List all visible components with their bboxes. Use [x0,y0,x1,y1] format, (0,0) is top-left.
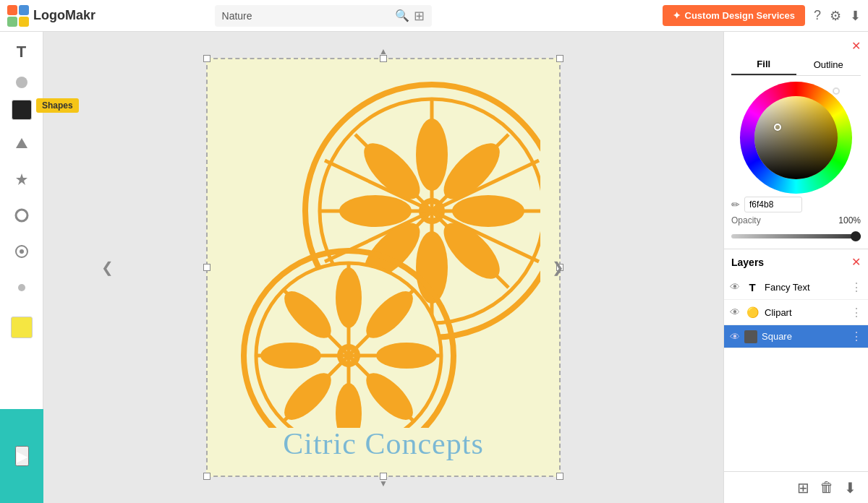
logo-canvas-text[interactable]: Citric Concepts [208,426,559,461]
opacity-label: Opacity [731,215,761,225]
canvas-area[interactable]: ❮ ❯ ▲ ▼ [43,32,723,503]
color-selector-dot[interactable] [774,124,781,131]
svg-rect-0 [7,5,17,15]
eyedropper-icon[interactable]: ✏ [731,199,740,210]
history-tool-button[interactable] [9,238,35,265]
teal-side-panel: ▶ [0,409,43,503]
bottom-toolbar: ⊞ 🗑 ⬇ [724,471,868,503]
layers-close-button[interactable]: ✕ [851,255,861,269]
custom-design-label: Custom Design Services [685,10,795,21]
logo-icon [7,5,29,27]
opacity-row: Opacity 100% [731,215,861,225]
opacity-value: 100% [838,215,861,225]
color-panel: ✕ Fill Outline ✏ Opac [724,32,868,249]
svg-point-22 [416,119,448,191]
color-wheel-inner[interactable] [754,96,838,179]
canvas-nav-right[interactable]: ❯ [552,259,564,276]
custom-design-button[interactable]: ✦ Custom Design Services [663,5,805,26]
color-panel-close[interactable]: ✕ [851,39,861,53]
layer-menu-square[interactable]: ⋮ [851,330,862,343]
triangle-icon [14,137,29,150]
search-input[interactable] [222,10,391,22]
layers-title: Layers [731,257,764,268]
color-swatch-black[interactable] [12,100,32,120]
svg-point-39 [336,267,362,328]
layer-name-fancy-text: Fancy Text [765,282,846,293]
color-wheel[interactable] [740,82,852,194]
handle-bottom-left[interactable] [203,473,210,480]
download-button[interactable]: ⬇ [844,479,856,496]
layer-name-clipart: Clipart [765,307,846,318]
layer-name-square: Square [762,331,846,342]
svg-point-41 [376,343,437,369]
layer-thumb-clipart: 🟡 [744,304,760,320]
bottom-arrow: ▼ [379,478,388,489]
layer-item-clipart[interactable]: 👁 🟡 Clipart ⋮ [724,300,868,325]
download-header-button[interactable]: ⬇ [850,8,861,24]
text-tool-button[interactable]: T [9,39,35,65]
svg-point-9 [20,249,24,254]
canvas-nav-left[interactable]: ❮ [101,259,114,276]
circle-icon [14,75,29,90]
handle-bottom-right[interactable] [556,473,563,480]
outline-tab[interactable]: Outline [796,54,861,75]
trash-button[interactable]: 🗑 [820,479,834,496]
grid-icon[interactable]: ⊞ [414,8,425,24]
layer-thumb-square [744,330,757,343]
logo-area: LogoMakr [7,5,95,27]
wand-icon: ✦ [673,10,681,21]
circle-shape-tool[interactable] [14,75,29,90]
ring-tool-button[interactable] [9,202,35,228]
layer-menu-fancy-text[interactable]: ⋮ [851,280,862,294]
svg-rect-1 [19,5,29,15]
header-right: ✦ Custom Design Services ? ⚙ ⬇ [663,5,861,26]
small-circle-icon [14,280,29,295]
svg-point-45 [260,343,321,369]
svg-point-4 [16,77,27,88]
header: LogoMakr 🔍 ⊞ ✦ Custom Design Services ? … [0,0,868,32]
svg-point-10 [18,284,25,291]
layer-thumb-fancy-text: T [744,279,760,295]
layers-panel: Layers ✕ 👁 T Fancy Text ⋮ 👁 🟡 Clipart ⋮ … [724,249,868,471]
help-button[interactable]: ? [814,8,821,23]
color-gradient[interactable] [754,96,838,179]
star-tool-button[interactable] [9,166,35,192]
play-button[interactable]: ▶ [15,446,29,466]
layers-header: Layers ✕ [724,249,868,275]
svg-rect-3 [19,17,29,27]
opacity-slider[interactable] [731,234,861,238]
svg-marker-5 [16,138,27,148]
color-hex-row: ✏ [731,197,861,212]
layer-eye-clipart[interactable]: 👁 [730,306,740,318]
svg-rect-2 [7,17,17,27]
settings-button[interactable]: ⚙ [830,8,841,24]
layer-menu-clipart[interactable]: ⋮ [851,306,862,319]
ring-icon [14,208,29,223]
logo-canvas[interactable]: ▲ ▼ [206,58,561,477]
shapes-tooltip: Shapes [36,98,79,113]
svg-point-28 [339,195,412,227]
color-wheel-outer-dot[interactable] [833,87,840,95]
main-layout: T Shapes [0,32,868,503]
search-area[interactable]: 🔍 ⊞ [215,5,432,27]
svg-marker-6 [16,173,27,185]
layer-eye-fancy-text[interactable]: 👁 [730,281,740,293]
color-panel-tabs: Fill Outline [731,54,861,76]
triangle-tool-button[interactable] [9,130,35,156]
layers-icon-button[interactable]: ⊞ [797,479,809,496]
hex-input[interactable] [744,197,802,212]
fill-tab[interactable]: Fill [731,54,796,75]
layer-eye-square[interactable]: 👁 [730,331,740,343]
small-circle-tool[interactable] [9,275,35,301]
handle-top-right[interactable] [556,55,563,62]
right-panel: ✕ Fill Outline ✏ Opac [723,32,868,503]
layer-item-fancy-text[interactable]: 👁 T Fancy Text ⋮ [724,275,868,300]
citrus-illustration [229,74,540,428]
yellow-swatch[interactable] [11,317,33,338]
svg-point-7 [16,210,27,221]
layer-item-square[interactable]: 👁 Square ⋮ [724,325,868,348]
handle-left-center[interactable] [203,264,210,271]
history-icon [14,244,29,259]
handle-top-left[interactable] [203,55,210,62]
logo-text: LogoMakr [33,8,95,23]
